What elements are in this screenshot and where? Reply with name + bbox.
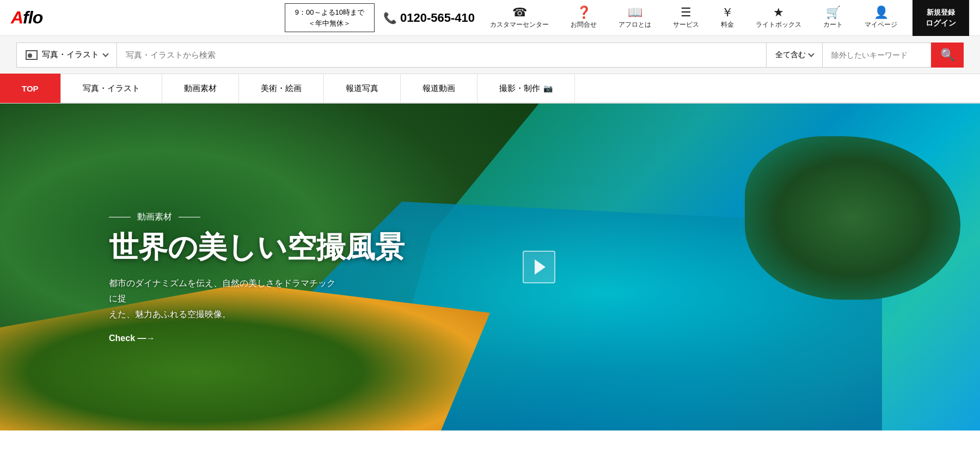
nav-contact[interactable]: ❓ お問合せ — [564, 7, 603, 29]
tab-news-photo-label: 報道写真 — [346, 83, 378, 94]
price-icon: ￥ — [721, 7, 733, 19]
customer-label: カスタマーセンター — [490, 20, 549, 29]
search-type-button[interactable]: 写真・イラスト — [16, 43, 117, 68]
nav-about[interactable]: 📖 アフロとは — [612, 7, 658, 29]
nav-tabs: TOP 写真・イラスト 動画素材 美術・絵画 報道写真 報道動画 撮影・制作 📷 — [0, 74, 980, 104]
filter-chevron-icon — [808, 51, 814, 57]
nav-customer[interactable]: ☎ カスタマーセンター — [483, 7, 555, 29]
customer-icon: ☎ — [512, 7, 527, 19]
login-button[interactable]: 新規登録 ログイン — [912, 0, 969, 36]
hero-description: 都市のダイナミズムを伝え、自然の美しさをドラマチックに捉 えた、魅力あふれる空撮… — [109, 276, 338, 323]
tab-news-video[interactable]: 報道動画 — [401, 74, 477, 103]
tab-top[interactable]: TOP — [0, 74, 61, 103]
search-type-label: 写真・イラスト — [42, 50, 99, 60]
tab-art-label: 美術・絵画 — [261, 83, 302, 94]
login-line2: ログイン — [926, 19, 956, 28]
price-label: 料金 — [721, 20, 734, 29]
tab-art[interactable]: 美術・絵画 — [239, 74, 324, 103]
hero-title: 世界の美しい空撮風景 — [109, 229, 405, 265]
search-bar: 写真・イラスト 全て含む 🔍 — [0, 36, 980, 74]
service-label: サービス — [673, 20, 699, 29]
search-input[interactable] — [117, 43, 766, 68]
hero-subtitle: 動画素材 — [109, 211, 405, 223]
tab-video-label: 動画素材 — [184, 83, 217, 94]
hero-check-link[interactable]: Check ―→ — [109, 333, 405, 343]
phone-item: 📞 0120-565-410 — [383, 11, 475, 25]
filter-button[interactable]: 全て含む — [766, 43, 822, 68]
about-label: アフロとは — [618, 20, 651, 29]
tab-production[interactable]: 撮影・制作 📷 — [477, 74, 575, 103]
hero-desc-line2: えた、魅力あふれる空撮映像。 — [109, 310, 231, 319]
filter-label: 全て含む — [775, 50, 806, 60]
logo[interactable]: Aflo — [11, 8, 42, 28]
tab-news-video-label: 報道動画 — [422, 83, 455, 94]
hero-section: 動画素材 世界の美しい空撮風景 都市のダイナミズムを伝え、自然の美しさをドラマチ… — [0, 104, 980, 430]
tab-photo-label: 写真・イラスト — [83, 83, 140, 94]
cart-icon: 🛒 — [826, 7, 841, 19]
tab-production-label: 撮影・制作 — [499, 83, 540, 94]
phone-number: 0120-565-410 — [400, 11, 475, 25]
exclude-input[interactable] — [822, 43, 931, 68]
search-button[interactable]: 🔍 — [931, 43, 964, 68]
nav-lightbox[interactable]: ★ ライトボックス — [749, 7, 808, 29]
image-type-icon — [26, 50, 38, 60]
about-icon: 📖 — [628, 7, 642, 19]
nav-service[interactable]: ☰ サービス — [666, 7, 706, 29]
magnifier-icon: 🔍 — [940, 48, 955, 62]
phone-icon: 📞 — [383, 11, 397, 25]
contact-label: お問合せ — [571, 20, 597, 29]
camera-icon: 📷 — [543, 84, 553, 93]
hours-line2: ＜年中無休＞ — [295, 18, 364, 29]
tab-news-photo[interactable]: 報道写真 — [324, 74, 401, 103]
person-icon: 👤 — [874, 7, 889, 19]
cart-label: カート — [823, 20, 843, 29]
nav-mypage[interactable]: 👤 マイページ — [858, 7, 904, 29]
nav-price[interactable]: ￥ 料金 — [714, 7, 740, 29]
play-button[interactable] — [523, 251, 555, 283]
hero-desc-line1: 都市のダイナミズムを伝え、自然の美しさをドラマチックに捉 — [109, 278, 335, 304]
tab-top-label: TOP — [22, 84, 39, 93]
chevron-down-icon — [102, 51, 108, 57]
lightbox-label: ライトボックス — [756, 20, 801, 29]
nav-cart[interactable]: 🛒 カート — [817, 7, 849, 29]
hero-content: 動画素材 世界の美しい空撮風景 都市のダイナミズムを伝え、自然の美しさをドラマチ… — [109, 211, 405, 343]
tab-video[interactable]: 動画素材 — [162, 74, 239, 103]
lightbox-icon: ★ — [773, 7, 784, 19]
login-line1: 新規登録 — [927, 8, 955, 17]
top-nav: Aflo 9：00～よる10時まで ＜年中無休＞ 📞 0120-565-410 … — [0, 0, 980, 36]
contact-icon: ❓ — [577, 7, 591, 19]
service-icon: ☰ — [681, 7, 691, 19]
mypage-label: マイページ — [865, 20, 897, 29]
tab-photo[interactable]: 写真・イラスト — [61, 74, 162, 103]
hours-box: 9：00～よる10時まで ＜年中無休＞ — [285, 3, 375, 32]
hours-line1: 9：00～よる10時まで — [295, 7, 364, 18]
